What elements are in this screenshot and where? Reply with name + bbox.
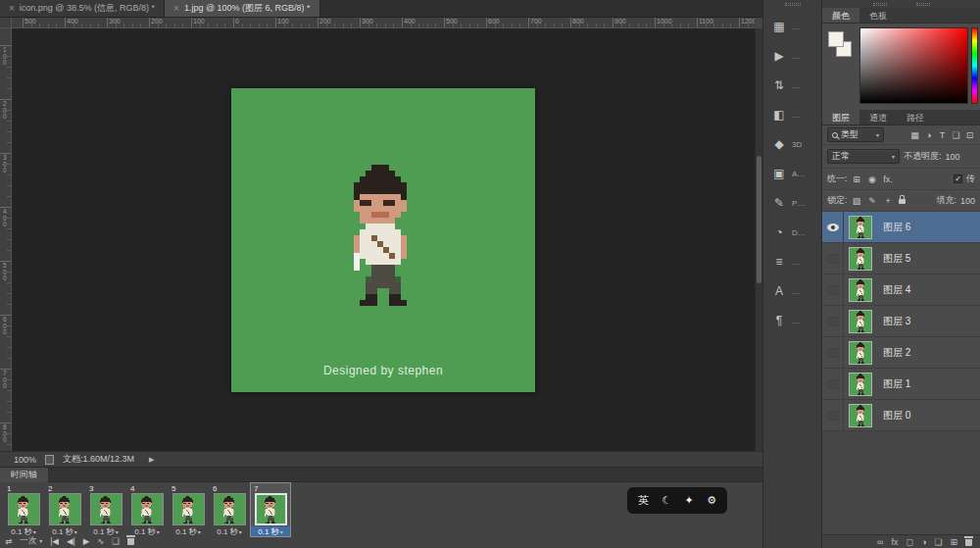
timeline-frame[interactable]: 40.1 秒▾ <box>127 483 167 536</box>
loop-select[interactable]: 一次▾ <box>20 535 42 547</box>
filter-pixel-layers-icon[interactable]: ▦ <box>909 130 920 140</box>
layer-style-icon[interactable]: fx <box>891 537 898 547</box>
filter-shape-layers-icon[interactable]: ❏ <box>951 130 961 140</box>
lock-transparency-icon[interactable]: ▨ <box>852 196 862 206</box>
moon-icon[interactable]: ☾ <box>662 494 671 507</box>
frame-thumbnail[interactable] <box>172 493 205 525</box>
sparkle-icon[interactable]: ✦ <box>685 494 694 507</box>
canvas-area[interactable]: Designed by stephen <box>12 28 755 451</box>
frame-thumbnail[interactable] <box>49 493 81 525</box>
layer-thumbnail[interactable] <box>849 310 872 333</box>
filter-smart-objects-icon[interactable]: ⊡ <box>964 130 975 140</box>
layer-filter-select[interactable]: 类型 ▾ <box>827 127 884 142</box>
layer-thumbnail[interactable] <box>849 373 872 396</box>
timeline-frame[interactable]: 60.1 秒▾ <box>210 483 249 536</box>
color-picker-field[interactable] <box>859 27 968 104</box>
fill-value[interactable]: 100 <box>960 196 975 206</box>
layer-row[interactable]: 图层 2 <box>822 337 980 369</box>
blend-mode-select[interactable]: 正常 ▾ <box>827 149 900 164</box>
layer-name[interactable]: 图层 6 <box>883 221 910 234</box>
play-button[interactable]: ▶ <box>83 536 90 546</box>
layer-row[interactable]: 图层 6 <box>822 212 980 243</box>
foreground-color-swatch[interactable] <box>828 31 844 47</box>
lock-position-icon[interactable]: + <box>883 196 894 206</box>
layer-thumbnail[interactable] <box>849 216 872 239</box>
layer-name[interactable]: 图层 5 <box>883 252 910 266</box>
timeline-frame[interactable]: 10.1 秒▾ <box>4 483 43 536</box>
timeline-frame[interactable]: 70.1 秒▾ <box>251 483 290 536</box>
new-group-icon[interactable]: ❏ <box>934 537 942 547</box>
status-flyout-arrow-icon[interactable]: ▶ <box>149 456 154 464</box>
dock-panel-button[interactable]: A… <box>763 276 821 306</box>
dock-panel-button[interactable]: ▶… <box>763 41 821 71</box>
layer-row[interactable]: 图层 0 <box>822 400 980 431</box>
unify-position-icon[interactable]: ⊞ <box>852 174 862 184</box>
panel-grips[interactable] <box>822 0 980 8</box>
opacity-value[interactable]: 100 <box>946 152 960 162</box>
frame-duration[interactable]: 0.1 秒▾ <box>210 526 249 537</box>
lock-all-icon[interactable] <box>899 199 906 204</box>
propagate-frame-checkbox[interactable]: ✓ <box>954 174 962 183</box>
layer-name[interactable]: 图层 1 <box>883 377 910 391</box>
dock-panel-button[interactable]: ▦… <box>763 12 821 41</box>
document-canvas[interactable]: Designed by stephen <box>231 88 535 392</box>
layer-mask-icon[interactable]: ◻ <box>906 537 912 547</box>
filter-adjustment-layers-icon[interactable]: ◑ <box>923 130 934 140</box>
unify-visibility-icon[interactable]: ◉ <box>867 174 878 184</box>
unify-style-icon[interactable]: fx. <box>883 174 894 184</box>
tab-close-icon[interactable]: × <box>9 4 15 14</box>
frame-duration[interactable]: 0.1 秒▾ <box>251 526 290 537</box>
tab-close-icon[interactable]: × <box>173 4 179 14</box>
layer-thumbnail[interactable] <box>849 341 872 365</box>
filter-type-layers-icon[interactable]: T <box>937 130 948 140</box>
vertical-ruler[interactable]: 1 0 02 0 03 0 04 0 05 0 06 0 07 0 08 0 0 <box>0 28 12 451</box>
visibility-toggle[interactable] <box>822 306 844 336</box>
adjustment-layer-icon[interactable]: ◑ <box>921 537 926 547</box>
visibility-toggle[interactable] <box>822 400 844 430</box>
visibility-toggle[interactable] <box>822 337 844 368</box>
dock-grip-handle[interactable] <box>785 3 801 6</box>
document-tab[interactable]: ×1.jpg @ 100% (图层 6, RGB/8) * <box>165 0 320 17</box>
first-frame-button[interactable]: |◀ <box>50 536 59 546</box>
zoom-level[interactable]: 100% <box>14 455 36 465</box>
visibility-toggle[interactable] <box>822 274 844 305</box>
dock-panel-button[interactable]: ⇅… <box>763 71 821 100</box>
gear-icon[interactable]: ⚙ <box>707 494 716 507</box>
canvas-vertical-scrollbar[interactable] <box>755 28 762 451</box>
timeline-frame[interactable]: 50.1 秒▾ <box>169 483 208 536</box>
delete-layer-icon[interactable] <box>965 539 972 546</box>
dock-panel-button[interactable]: ◔D… <box>763 218 821 247</box>
ime-language-indicator[interactable]: 英 <box>638 493 649 508</box>
dock-panel-button[interactable]: ✎P… <box>763 188 821 218</box>
layer-row[interactable]: 图层 1 <box>822 369 980 400</box>
horizontal-ruler[interactable]: 5004003002001000100200300400500600700800… <box>12 18 755 28</box>
timeline-frame[interactable]: 30.1 秒▾ <box>86 483 125 536</box>
lock-pixels-icon[interactable]: ✎ <box>867 196 878 206</box>
layer-name[interactable]: 图层 0 <box>883 409 910 423</box>
delete-frame-button[interactable] <box>127 538 134 545</box>
frame-thumbnail[interactable] <box>8 493 40 525</box>
frame-duration[interactable]: 0.1 秒▾ <box>169 526 208 537</box>
dock-panel-button[interactable]: ◆3D <box>763 129 821 159</box>
layer-row[interactable]: 图层 4 <box>822 274 980 306</box>
tween-button[interactable]: ∿ <box>97 536 104 546</box>
scrollbar-thumb[interactable] <box>757 156 761 283</box>
ruler-corner[interactable] <box>0 18 12 28</box>
tab-通道[interactable]: 通道 <box>859 110 897 125</box>
frame-thumbnail[interactable] <box>90 493 122 525</box>
layer-thumbnail[interactable] <box>849 247 872 271</box>
visibility-toggle[interactable] <box>822 212 844 242</box>
tab-路径[interactable]: 路径 <box>897 110 934 125</box>
layer-name[interactable]: 图层 2 <box>883 346 910 360</box>
layer-thumbnail[interactable] <box>849 278 872 302</box>
layer-name[interactable]: 图层 3 <box>883 315 910 328</box>
layer-row[interactable]: 图层 3 <box>822 306 980 337</box>
layer-name[interactable]: 图层 4 <box>883 283 910 297</box>
document-tab[interactable]: ×icon.png @ 38.5% (信息, RGB/8) * <box>0 0 165 17</box>
dock-panel-button[interactable]: ▣A… <box>763 159 821 188</box>
dock-panel-button[interactable]: ◧… <box>763 100 821 129</box>
convert-timeline-button[interactable]: ⇄ <box>5 536 12 546</box>
link-layers-icon[interactable]: ∞ <box>877 537 883 547</box>
frame-thumbnail[interactable] <box>255 493 287 525</box>
new-layer-icon[interactable]: ⊞ <box>950 537 957 547</box>
